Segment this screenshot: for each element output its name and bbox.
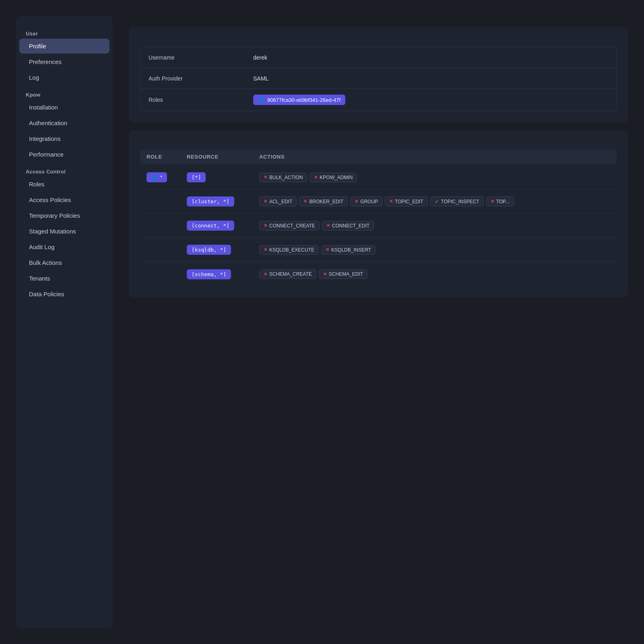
sidebar: UserProfilePreferencesLogKpowInstallatio… [16, 16, 113, 628]
sidebar-item-preferences[interactable]: Preferences [19, 54, 109, 69]
profile-row-value: derek [245, 49, 616, 66]
profile-row-value: 👤 90677fca30-eb9bf341-26ed-47f [245, 89, 616, 111]
deny-icon: ✕ [491, 199, 494, 204]
role-icon: 👤 [258, 97, 265, 103]
deny-icon: ✕ [264, 272, 267, 277]
profile-row-value: SAML [245, 70, 616, 87]
sidebar-item-tenants[interactable]: Tenants [19, 271, 109, 286]
deny-icon: ✕ [264, 223, 267, 228]
action-badge: ✕ KSQLDB_EXECUTE [259, 245, 319, 255]
deny-icon: ✕ [355, 199, 358, 204]
action-badge: ✕ CONNECT_EDIT [322, 221, 374, 231]
policies-rows: 👤 *[*]✕ BULK_ACTION✕ KPOW_ADMIN[cluster,… [140, 165, 617, 286]
policy-actions-cell: ✕ CONNECT_CREATE✕ CONNECT_EDIT [259, 221, 610, 231]
action-badge: ✕ BULK_ACTION [259, 173, 307, 182]
resource-badge: [ksqldb, *] [187, 245, 231, 255]
allow-icon: ✓ [435, 198, 439, 204]
sidebar-section-user: User [16, 27, 113, 38]
policy-row: [connect, *]✕ CONNECT_CREATE✕ CONNECT_ED… [140, 214, 617, 238]
sidebar-item-staged-mutations[interactable]: Staged Mutations [19, 224, 109, 239]
policy-resource-cell: [schema, *] [187, 269, 259, 279]
sidebar-item-data-policies[interactable]: Data Policies [19, 287, 109, 301]
sidebar-item-profile[interactable]: Profile [19, 39, 109, 54]
sidebar-item-installation[interactable]: Installation [19, 100, 109, 115]
sidebar-item-audit-log[interactable]: Audit Log [19, 239, 109, 254]
policy-resource-cell: [*] [187, 172, 259, 182]
col-role: Role [147, 154, 187, 160]
deny-icon: ✕ [314, 175, 318, 180]
action-badge: ✕ KPOW_ADMIN [310, 173, 357, 182]
resource-badge: [schema, *] [187, 269, 231, 279]
deny-icon: ✕ [389, 199, 393, 204]
action-badge: ✕ KSQLDB_INSERT [321, 245, 376, 255]
sidebar-item-performance[interactable]: Performance [19, 147, 109, 162]
sidebar-item-roles[interactable]: Roles [19, 177, 109, 192]
sidebar-section-kpow: Kpow [16, 89, 113, 99]
policy-row: [ksqldb, *]✕ KSQLDB_EXECUTE✕ KSQLDB_INSE… [140, 238, 617, 262]
action-badge: ✕ GROUP [350, 196, 382, 206]
actions-list: ✕ CONNECT_CREATE✕ CONNECT_EDIT [259, 221, 610, 231]
policy-actions-cell: ✕ SCHEMA_CREATE✕ SCHEMA_EDIT [259, 269, 610, 279]
policy-row: 👤 *[*]✕ BULK_ACTION✕ KPOW_ADMIN [140, 165, 617, 190]
action-badge: ✕ TOPIC_EDIT [385, 196, 427, 206]
sidebar-item-authentication[interactable]: Authentication [19, 116, 109, 130]
policy-actions-cell: ✕ ACL_EDIT✕ BROKER_EDIT✕ GROUP✕ TOPIC_ED… [259, 196, 610, 206]
actions-list: ✕ KSQLDB_EXECUTE✕ KSQLDB_INSERT [259, 245, 610, 255]
action-badge: ✕ ACL_EDIT [259, 196, 297, 206]
action-badge: ✕ CONNECT_CREATE [259, 221, 320, 231]
role-badge: 👤 * [147, 172, 167, 182]
action-badge: ✕ SCHEMA_EDIT [319, 269, 367, 279]
actions-list: ✕ BULK_ACTION✕ KPOW_ADMIN [259, 173, 610, 182]
policy-resource-cell: [cluster, *] [187, 196, 259, 206]
profile-card: UsernamederekAuth ProviderSAMLRoles👤 906… [129, 27, 628, 122]
policy-resource-cell: [ksqldb, *] [187, 245, 259, 255]
profile-row: Auth ProviderSAML [140, 68, 616, 89]
col-resource: Resource [187, 154, 259, 160]
deny-icon: ✕ [326, 247, 329, 252]
policy-role-cell: 👤 * [147, 172, 187, 182]
action-badge: ✕ TOP... [486, 196, 514, 206]
resource-badge: [*] [187, 172, 206, 182]
profile-table: UsernamederekAuth ProviderSAMLRoles👤 906… [140, 47, 617, 111]
deny-icon: ✕ [264, 247, 267, 252]
policy-resource-cell: [connect, *] [187, 221, 259, 231]
policy-actions-cell: ✕ BULK_ACTION✕ KPOW_ADMIN [259, 173, 610, 182]
resource-badge: [cluster, *] [187, 196, 234, 206]
profile-row-label: Roles [140, 91, 245, 109]
action-badge: ✕ SCHEMA_CREATE [259, 269, 316, 279]
policies-table-header: Role Resource Actions [140, 150, 617, 164]
deny-icon: ✕ [264, 175, 267, 180]
policy-row: [schema, *]✕ SCHEMA_CREATE✕ SCHEMA_EDIT [140, 262, 617, 286]
main-content: UsernamederekAuth ProviderSAMLRoles👤 906… [113, 0, 644, 644]
policy-actions-cell: ✕ KSQLDB_EXECUTE✕ KSQLDB_INSERT [259, 245, 610, 255]
sidebar-item-access-policies[interactable]: Access Policies [19, 192, 109, 207]
col-actions: Actions [259, 154, 610, 160]
deny-icon: ✕ [303, 199, 307, 204]
sidebar-item-temporary-policies[interactable]: Temporary Policies [19, 208, 109, 223]
deny-icon: ✕ [326, 223, 330, 228]
actions-list: ✕ SCHEMA_CREATE✕ SCHEMA_EDIT [259, 269, 610, 279]
sidebar-section-access-control: Access Control [16, 165, 113, 176]
deny-icon: ✕ [264, 199, 267, 204]
deny-icon: ✕ [323, 272, 327, 277]
role-badge: 👤 90677fca30-eb9bf341-26ed-47f [253, 95, 345, 105]
action-badge: ✕ BROKER_EDIT [299, 196, 348, 206]
policies-card: Role Resource Actions 👤 *[*]✕ BULK_ACTIO… [129, 130, 628, 297]
profile-row-label: Username [140, 49, 245, 66]
sidebar-item-integrations[interactable]: Integrations [19, 131, 109, 146]
resource-badge: [connect, *] [187, 221, 234, 231]
policy-row: [cluster, *]✕ ACL_EDIT✕ BROKER_EDIT✕ GRO… [140, 190, 617, 214]
sidebar-item-bulk-actions[interactable]: Bulk Actions [19, 255, 109, 270]
profile-row-label: Auth Provider [140, 70, 245, 87]
role-icon: 👤 [151, 174, 158, 180]
profile-row: Roles👤 90677fca30-eb9bf341-26ed-47f [140, 89, 616, 111]
action-badge: ✓ TOPIC_INSPECT [430, 196, 484, 206]
actions-list: ✕ ACL_EDIT✕ BROKER_EDIT✕ GROUP✕ TOPIC_ED… [259, 196, 610, 206]
sidebar-item-log[interactable]: Log [19, 70, 109, 85]
profile-row: Usernamederek [140, 47, 616, 68]
